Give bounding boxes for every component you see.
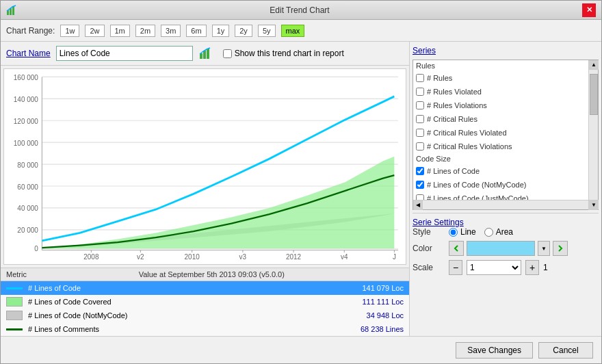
scale-minus-btn[interactable]: − xyxy=(449,260,462,275)
metric-value-comments: 68 238 Lines xyxy=(361,325,404,333)
metric-row-comments[interactable]: # Lines of Comments 68 238 Lines xyxy=(1,322,409,336)
svg-rect-5 xyxy=(207,49,209,59)
horiz-scrollbar: ◀ ▶ xyxy=(413,200,598,209)
color-swatch xyxy=(467,241,535,256)
color-next-btn[interactable] xyxy=(553,241,568,256)
svg-text:v2: v2 xyxy=(137,253,144,261)
series-label-critical-rules: # Critical Rules xyxy=(427,115,477,123)
series-checkbox-loc-notmycode[interactable] xyxy=(416,181,424,189)
series-item-loc-notmycode[interactable]: # Lines of Code (NotMyCode) xyxy=(413,178,588,192)
serie-settings-section: Serie Settings Style Line Area xyxy=(413,213,599,279)
color-dropdown-btn[interactable]: ▼ xyxy=(538,241,550,256)
metric-area-notmycode xyxy=(6,311,23,320)
svg-text:140 000: 140 000 xyxy=(14,96,38,103)
rules-group-label: Rules xyxy=(413,60,588,71)
series-checkbox-rules[interactable] xyxy=(416,74,424,82)
chart-name-input[interactable] xyxy=(56,46,193,61)
metric-row-loc[interactable]: # Lines of Code 141 079 Loc xyxy=(1,281,409,295)
range-2w[interactable]: 2w xyxy=(85,25,104,37)
chart-name-label[interactable]: Chart Name xyxy=(6,49,51,58)
show-report-container: Show this trend chart in report xyxy=(223,49,344,58)
series-checkbox-loc-justmycode[interactable] xyxy=(416,194,424,200)
series-item-critical-rules-violations[interactable]: # Critical Rules Violations xyxy=(413,140,588,153)
style-line-radio[interactable] xyxy=(449,228,458,237)
save-changes-button[interactable]: Save Changes xyxy=(456,342,533,359)
svg-rect-4 xyxy=(203,51,206,59)
scale-controls: − 1 2 5 10 + 1 xyxy=(449,260,557,275)
scale-label: Scale xyxy=(413,263,443,272)
app-icon xyxy=(6,5,17,16)
svg-rect-2 xyxy=(12,6,14,15)
range-1m[interactable]: 1m xyxy=(110,25,130,37)
range-2m[interactable]: 2m xyxy=(135,25,155,37)
svg-text:120 000: 120 000 xyxy=(14,118,38,125)
style-area-option[interactable]: Area xyxy=(484,227,513,237)
metric-label-covered: # Lines of Code Covered xyxy=(28,298,356,306)
svg-text:v4: v4 xyxy=(341,253,348,261)
chart-icon xyxy=(198,47,212,60)
range-1w[interactable]: 1w xyxy=(60,25,79,37)
horiz-scroll-left[interactable]: ◀ xyxy=(413,200,423,210)
show-report-label: Show this trend chart in report xyxy=(235,49,344,58)
value-col-header: Value at September 5th 2013 09:03 (v5.0.… xyxy=(139,270,404,278)
serie-settings-title[interactable]: Serie Settings xyxy=(413,218,464,227)
series-checkbox-critical-rules-violated[interactable] xyxy=(416,129,424,137)
scale-select[interactable]: 1 2 5 10 xyxy=(467,260,521,275)
series-label-critical-rules-violations: # Critical Rules Violations xyxy=(427,142,512,151)
series-checkbox-critical-rules-violations[interactable] xyxy=(416,142,424,151)
series-label-rules-violated: # Rules Violated xyxy=(427,88,482,96)
range-5y[interactable]: 5y xyxy=(258,25,276,37)
series-item-critical-rules[interactable]: # Critical Rules xyxy=(413,112,588,126)
metric-row-covered[interactable]: # Lines of Code Covered 111 111 Loc xyxy=(1,295,409,309)
scroll-up-btn[interactable]: ▲ xyxy=(589,60,599,70)
series-label-critical-rules-violated: # Critical Rules Violated xyxy=(427,129,507,137)
series-checkbox-rules-violations[interactable] xyxy=(416,101,424,109)
range-1y[interactable]: 1y xyxy=(212,25,230,37)
metric-row-notmycode[interactable]: # Lines of Code (NotMyCode) 34 948 Loc xyxy=(1,309,409,322)
series-scroll-area[interactable]: Rules # Rules # Rules Violated # Rules V… xyxy=(413,60,598,200)
color-prev-btn[interactable] xyxy=(449,241,464,256)
scale-row: Scale − 1 2 5 10 + 1 xyxy=(413,260,599,275)
svg-text:v3: v3 xyxy=(239,253,247,261)
series-item-loc[interactable]: # Lines of Code xyxy=(413,164,588,178)
series-item-rules-violations[interactable]: # Rules Violations xyxy=(413,99,588,112)
metric-label-loc: # Lines of Code xyxy=(28,284,356,292)
range-3m[interactable]: 3m xyxy=(161,25,181,37)
scale-plus-btn[interactable]: + xyxy=(525,260,539,275)
series-checkbox-critical-rules[interactable] xyxy=(416,115,424,123)
code-size-group-label: Code Size xyxy=(413,153,588,164)
cancel-button[interactable]: Cancel xyxy=(538,342,593,359)
title-bar-left xyxy=(6,5,17,16)
style-area-radio[interactable] xyxy=(484,228,493,237)
range-6m[interactable]: 6m xyxy=(186,25,206,37)
main-window: Edit Trend Chart ✕ Chart Range: 1w 2w 1m… xyxy=(0,0,602,364)
title-bar: Edit Trend Chart ✕ xyxy=(1,1,601,20)
color-controls: ▼ xyxy=(449,241,568,256)
svg-text:160 000: 160 000 xyxy=(14,74,38,81)
scroll-down-btn[interactable]: ▼ xyxy=(589,200,599,209)
series-title[interactable]: Series xyxy=(413,44,599,57)
svg-text:80 000: 80 000 xyxy=(17,161,38,169)
style-line-option[interactable]: Line xyxy=(449,227,476,237)
range-2y[interactable]: 2y xyxy=(235,25,252,37)
series-item-rules[interactable]: # Rules xyxy=(413,71,588,85)
series-checkbox-loc[interactable] xyxy=(416,167,424,175)
svg-text:2012: 2012 xyxy=(286,253,302,261)
series-checkbox-rules-violated[interactable] xyxy=(416,88,424,96)
series-item-loc-justmycode[interactable]: # Lines of Code (JustMyCode) xyxy=(413,192,588,200)
series-label-rules: # Rules xyxy=(427,74,452,82)
metric-value-notmycode: 34 948 Loc xyxy=(367,311,404,320)
scrollbar-track: ▲ ▼ xyxy=(588,60,598,209)
svg-text:J: J xyxy=(393,253,396,261)
metric-line-comments xyxy=(6,328,23,330)
svg-text:100 000: 100 000 xyxy=(14,140,38,147)
series-item-rules-violated[interactable]: # Rules Violated xyxy=(413,85,588,99)
show-report-checkbox[interactable] xyxy=(223,49,232,58)
metric-line-indicator xyxy=(6,287,23,289)
scrollbar-thumb[interactable] xyxy=(590,74,598,115)
color-label: Color xyxy=(413,244,443,253)
close-button[interactable]: ✕ xyxy=(582,3,596,17)
series-item-critical-rules-violated[interactable]: # Critical Rules Violated xyxy=(413,126,588,140)
range-max[interactable]: max xyxy=(281,25,305,37)
series-label-loc-justmycode: # Lines of Code (JustMyCode) xyxy=(427,194,529,200)
